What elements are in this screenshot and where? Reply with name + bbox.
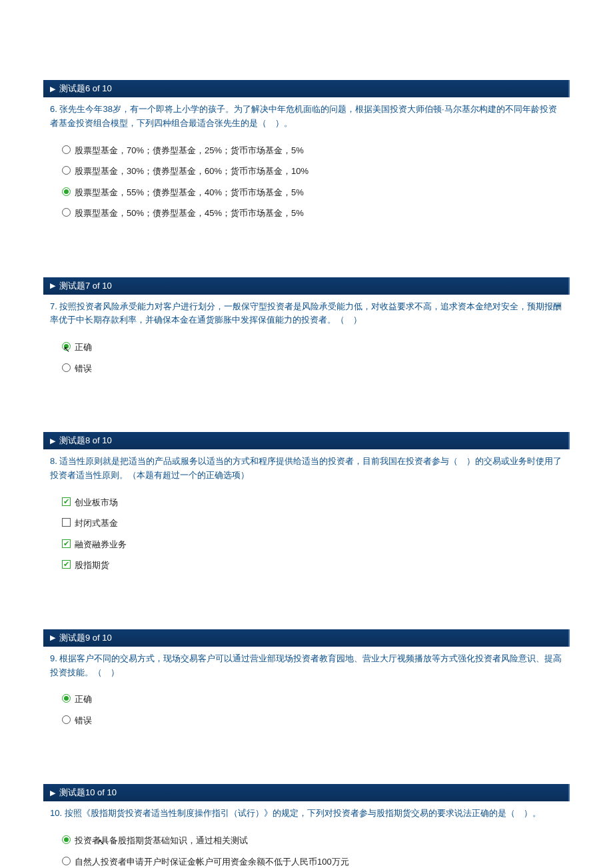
arrow-icon: ▶ bbox=[50, 633, 55, 642]
checkbox-option[interactable]: ✔ 融资融券业务 bbox=[62, 538, 563, 551]
option-label: 股指期货 bbox=[75, 559, 563, 572]
question-block-8: ▶ 测试题8 of 10 8. 适当性原则就是把适当的产品或服务以适当的方式和程… bbox=[43, 432, 570, 583]
question-header: ▶ 测试题10 of 10 bbox=[43, 784, 570, 801]
question-header: ▶ 测试题6 of 10 bbox=[43, 80, 570, 97]
question-header-text: 测试题7 of 10 bbox=[59, 280, 112, 292]
radio-icon bbox=[62, 208, 71, 217]
option-label: 正确 bbox=[75, 341, 563, 354]
arrow-icon: ▶ bbox=[50, 281, 55, 290]
option-label: 正确 bbox=[75, 693, 563, 706]
option-label: 创业板市场 bbox=[75, 496, 563, 509]
options-group: ✔ 创业板市场 封闭式基金 ✔ 融资融券业务 ✔ 股指期货 bbox=[43, 487, 570, 583]
quiz-page: ▶ 测试题6 of 10 6. 张先生今年38岁，有一个即将上小学的孩子。为了解… bbox=[0, 80, 613, 868]
question-text: 8. 适当性原则就是把适当的产品或服务以适当的方式和程序提供给适当的投资者，目前… bbox=[43, 449, 570, 487]
radio-icon bbox=[62, 342, 71, 351]
radio-icon bbox=[62, 715, 71, 724]
question-block-7: ▶ 测试题7 of 10 7. 按照投资者风险承受能力对客户进行划分，一般保守型… bbox=[43, 277, 570, 386]
checkbox-icon bbox=[62, 518, 71, 527]
options-group: 股票型基金，70%；债券型基金，25%；货币市场基金，5% 股票型基金，30%；… bbox=[43, 135, 570, 231]
radio-option[interactable]: 股票型基金，70%；债券型基金，25%；货币市场基金，5% bbox=[62, 144, 563, 157]
question-header: ▶ 测试题9 of 10 bbox=[43, 629, 570, 647]
radio-option[interactable]: 错误 bbox=[62, 362, 563, 375]
radio-icon bbox=[62, 694, 71, 703]
option-label: 股票型基金，30%；债券型基金，60%；货币市场基金，10% bbox=[75, 165, 563, 178]
options-group: 正确 错误 bbox=[43, 683, 570, 737]
options-group: 正确 ↖ 错误 bbox=[43, 331, 570, 385]
question-block-6: ▶ 测试题6 of 10 6. 张先生今年38岁，有一个即将上小学的孩子。为了解… bbox=[43, 80, 570, 231]
checkbox-option[interactable]: 封闭式基金 bbox=[62, 517, 563, 530]
checkbox-option[interactable]: ✔ 创业板市场 bbox=[62, 496, 563, 509]
options-group: 投资者具备股指期货基础知识，通过相关测试 ↖ 自然人投资者申请开户时保证金帐户可… bbox=[43, 825, 570, 868]
radio-icon bbox=[62, 363, 71, 372]
option-label: 封闭式基金 bbox=[75, 517, 563, 530]
radio-icon bbox=[62, 857, 71, 865]
option-label: 投资者具备股指期货基础知识，通过相关测试 bbox=[75, 834, 563, 847]
radio-icon bbox=[62, 166, 71, 175]
question-header: ▶ 测试题8 of 10 bbox=[43, 432, 570, 449]
checkbox-icon: ✔ bbox=[62, 497, 71, 506]
question-text: 10. 按照《股指期货投资者适当性制度操作指引（试行）》的规定，下列对投资者参与… bbox=[43, 801, 570, 825]
question-text: 6. 张先生今年38岁，有一个即将上小学的孩子。为了解决中年危机面临的问题，根据… bbox=[43, 97, 570, 135]
arrow-icon: ▶ bbox=[50, 85, 55, 93]
option-label: 错误 bbox=[75, 714, 563, 727]
radio-option[interactable]: 自然人投资者申请开户时保证金帐户可用资金余额不低于人民币100万元 bbox=[62, 855, 563, 868]
question-block-10: ▶ 测试题10 of 10 10. 按照《股指期货投资者适当性制度操作指引（试行… bbox=[43, 784, 570, 868]
option-label: 股票型基金，50%；债券型基金，45%；货币市场基金，5% bbox=[75, 207, 563, 220]
question-text: 7. 按照投资者风险承受能力对客户进行划分，一般保守型投资者是风险承受能力低，对… bbox=[43, 295, 570, 332]
option-label: 股票型基金，55%；债券型基金，40%；货币市场基金，5% bbox=[75, 186, 563, 199]
option-label: 融资融券业务 bbox=[75, 538, 563, 551]
radio-option[interactable]: 正确 bbox=[62, 693, 563, 706]
question-block-9: ▶ 测试题9 of 10 9. 根据客户不同的交易方式，现场交易客户可以通过营业… bbox=[43, 629, 570, 738]
radio-option[interactable]: 股票型基金，55%；债券型基金，40%；货币市场基金，5% bbox=[62, 186, 563, 199]
question-header-text: 测试题6 of 10 bbox=[59, 83, 112, 95]
radio-option[interactable]: 错误 bbox=[62, 714, 563, 727]
radio-option[interactable]: 股票型基金，30%；债券型基金，60%；货币市场基金，10% bbox=[62, 165, 563, 178]
question-header-text: 测试题10 of 10 bbox=[59, 787, 117, 799]
checkbox-option[interactable]: ✔ 股指期货 bbox=[62, 559, 563, 572]
arrow-icon: ▶ bbox=[50, 789, 55, 797]
radio-icon bbox=[62, 835, 71, 844]
option-label: 错误 bbox=[75, 362, 563, 375]
question-header: ▶ 测试题7 of 10 bbox=[43, 277, 570, 295]
option-label: 自然人投资者申请开户时保证金帐户可用资金余额不低于人民币100万元 bbox=[75, 855, 563, 868]
option-label: 股票型基金，70%；债券型基金，25%；货币市场基金，5% bbox=[75, 144, 563, 157]
checkbox-icon: ✔ bbox=[62, 560, 71, 569]
radio-option[interactable]: 投资者具备股指期货基础知识，通过相关测试 ↖ bbox=[62, 834, 563, 847]
arrow-icon: ▶ bbox=[50, 437, 55, 445]
question-header-text: 测试题9 of 10 bbox=[59, 632, 112, 644]
radio-option[interactable]: 股票型基金，50%；债券型基金，45%；货币市场基金，5% bbox=[62, 207, 563, 220]
radio-option[interactable]: 正确 ↖ bbox=[62, 341, 563, 354]
radio-icon bbox=[62, 187, 71, 196]
radio-icon bbox=[62, 145, 71, 154]
question-header-text: 测试题8 of 10 bbox=[59, 435, 112, 447]
question-text: 9. 根据客户不同的交易方式，现场交易客户可以通过营业部现场投资者教育园地、营业… bbox=[43, 647, 570, 684]
checkbox-icon: ✔ bbox=[62, 539, 71, 548]
